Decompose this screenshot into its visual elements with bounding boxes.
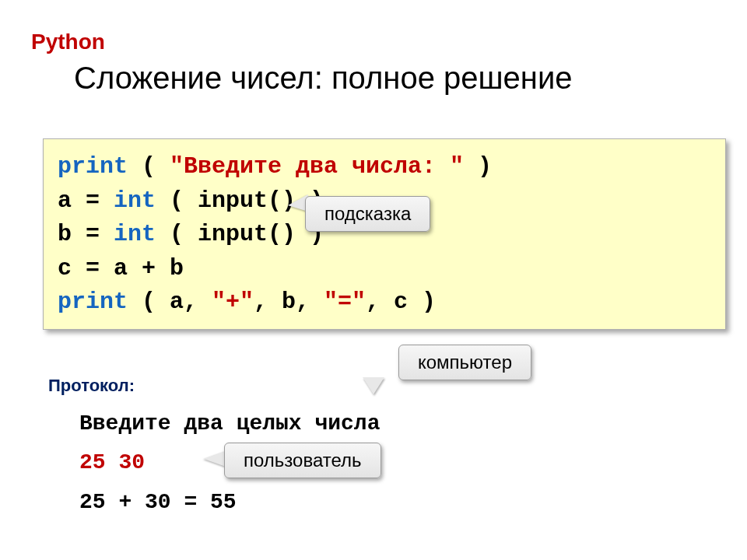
code-text: a [58,187,72,214]
code-text: ( a, [128,289,212,315]
keyword-print: print [58,289,128,315]
slide-title: Сложение чисел: полное решение [74,61,573,96]
protocol-label: Протокол: [48,376,135,396]
code-line-5: print ( a, "+", b, "=", c ) [58,285,711,320]
callout-tail [363,377,384,394]
keyword-print: print [58,153,128,180]
code-text: ( [128,153,170,180]
keyword-int: int [114,187,156,214]
callout-computer: компьютер [398,345,531,380]
string-literal: "=" [324,289,366,315]
callout-hint: подсказка [305,196,430,232]
code-text: ) [464,153,492,180]
string-literal: "+" [212,289,254,315]
code-text: = [72,187,114,214]
keyword-int: int [114,221,156,247]
code-line-1: print ( "Введите два числа: " ) [58,150,711,184]
code-text: , b, [254,289,324,315]
protocol-output: 25 + 30 = 55 [79,483,380,522]
language-label: Python [31,30,105,54]
code-block: print ( "Введите два числа: " ) a = int … [43,138,726,330]
protocol-prompt: Введите два целых числа [79,404,380,443]
code-text: b [58,221,72,247]
code-text: , c ) [366,289,436,315]
code-line-4: c = a + b [58,252,711,286]
code-text: = [72,221,114,247]
string-literal: "Введите два числа: " [170,153,464,180]
protocol-input: 25 30 [79,443,380,482]
protocol-block: Введите два целых числа 25 30 25 + 30 = … [79,404,380,522]
code-text: ( input() ) [156,221,324,247]
